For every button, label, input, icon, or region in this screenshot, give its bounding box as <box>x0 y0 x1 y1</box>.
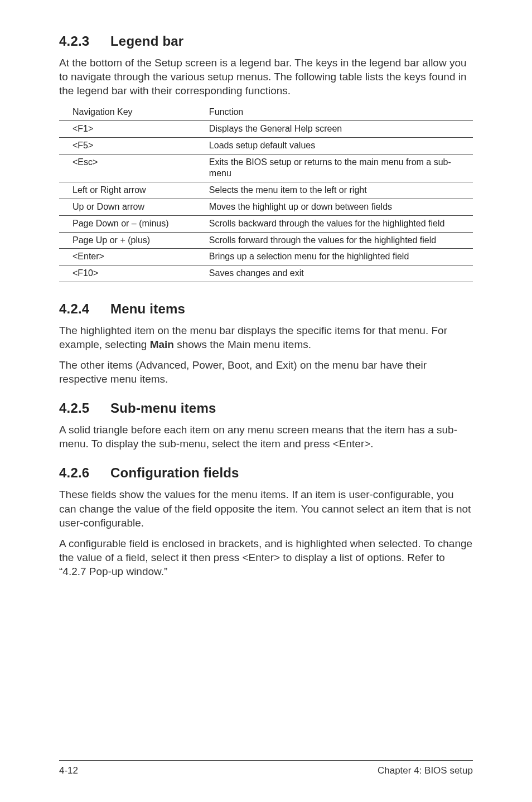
table-header-row: Navigation Key Function <box>59 104 473 120</box>
para-423: At the bottom of the Setup screen is a l… <box>59 56 473 98</box>
heading-423: 4.2.3Legend bar <box>59 33 473 49</box>
page-number: 4-12 <box>59 765 78 776</box>
table-cell-func: Scrolls backward through the values for … <box>196 215 473 232</box>
table-cell-func: Selects the menu item to the left or rig… <box>196 182 473 199</box>
table-row: Left or Right arrowSelects the menu item… <box>59 182 473 199</box>
page-footer: 4-12 Chapter 4: BIOS setup <box>59 760 473 776</box>
table-cell-func: Scrolls forward through the values for t… <box>196 232 473 249</box>
table-header-func: Function <box>196 104 473 120</box>
table-row: <F1>Displays the General Help screen <box>59 121 473 138</box>
table-row: Page Down or – (minus)Scrolls backward t… <box>59 215 473 232</box>
heading-426: 4.2.6Configuration fields <box>59 465 473 481</box>
heading-425: 4.2.5Sub-menu items <box>59 400 473 416</box>
table-row: Up or Down arrowMoves the highlight up o… <box>59 199 473 216</box>
page: 4.2.3Legend bar At the bottom of the Set… <box>0 0 532 802</box>
table-row: <Esc>Exits the BIOS setup or returns to … <box>59 154 473 182</box>
table-cell-key: <F5> <box>59 137 196 154</box>
heading-number: 4.2.4 <box>59 301 110 317</box>
chapter-label: Chapter 4: BIOS setup <box>378 765 473 776</box>
table-cell-key: Left or Right arrow <box>59 182 196 199</box>
table-cell-key: Page Down or – (minus) <box>59 215 196 232</box>
text: shows the Main menu items. <box>174 339 311 350</box>
heading-title: Menu items <box>110 301 185 316</box>
table-cell-func: Saves changes and exit <box>196 265 473 282</box>
heading-424: 4.2.4Menu items <box>59 301 473 317</box>
table-cell-key: <Enter> <box>59 249 196 265</box>
table-header-key: Navigation Key <box>59 104 196 120</box>
table-cell-key: <F1> <box>59 121 196 138</box>
table-row: Page Up or + (plus)Scrolls forward throu… <box>59 232 473 249</box>
heading-number: 4.2.6 <box>59 465 110 481</box>
para-424-1: The highlighted item on the menu bar dis… <box>59 323 473 351</box>
legend-table: Navigation Key Function <F1>Displays the… <box>59 104 473 282</box>
table-cell-func: Displays the General Help screen <box>196 121 473 138</box>
para-426-1: These fields show the values for the men… <box>59 487 473 529</box>
heading-number: 4.2.5 <box>59 400 110 416</box>
heading-number: 4.2.3 <box>59 33 110 49</box>
heading-title: Configuration fields <box>110 465 239 480</box>
table-cell-key: <Esc> <box>59 154 196 182</box>
table-cell-func: Exits the BIOS setup or returns to the m… <box>196 154 473 182</box>
table-row: <Enter>Brings up a selection menu for th… <box>59 249 473 265</box>
table-cell-func: Loads setup default values <box>196 137 473 154</box>
para-424-2: The other items (Advanced, Power, Boot, … <box>59 358 473 386</box>
table-cell-func: Brings up a selection menu for the highl… <box>196 249 473 265</box>
heading-title: Legend bar <box>110 33 183 49</box>
table-row: <F10>Saves changes and exit <box>59 265 473 282</box>
heading-title: Sub-menu items <box>110 400 216 416</box>
para-425: A solid triangle before each item on any… <box>59 423 473 451</box>
para-426-2: A configurable field is enclosed in brac… <box>59 537 473 578</box>
table-cell-key: Page Up or + (plus) <box>59 232 196 249</box>
table-cell-key: <F10> <box>59 265 196 282</box>
table-row: <F5>Loads setup default values <box>59 137 473 154</box>
text-bold: Main <box>150 339 174 350</box>
table-cell-key: Up or Down arrow <box>59 199 196 216</box>
table-cell-func: Moves the highlight up or down between f… <box>196 199 473 216</box>
